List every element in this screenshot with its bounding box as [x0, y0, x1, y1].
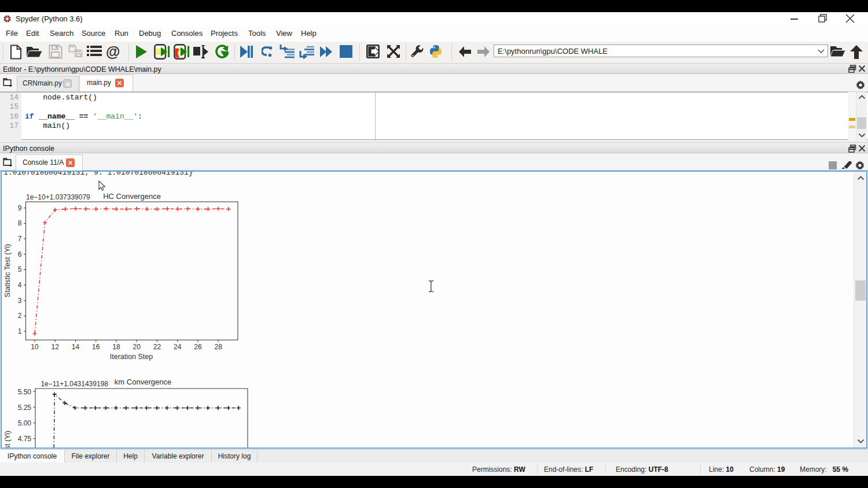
svg-text:Iteration Step: Iteration Step: [110, 353, 153, 361]
svg-text:7: 7: [18, 235, 22, 243]
svg-text:2: 2: [18, 312, 22, 320]
svg-text:16: 16: [92, 343, 100, 351]
svg-text:1e−10+1.037339079: 1e−10+1.037339079: [26, 193, 90, 201]
svg-text:Statistic Test (Yi): Statistic Test (Yi): [3, 431, 12, 448]
svg-text:5.25: 5.25: [18, 404, 32, 412]
svg-text:HC Convergence: HC Convergence: [103, 192, 161, 201]
svg-text:4.75: 4.75: [18, 435, 32, 443]
svg-text:26: 26: [194, 343, 202, 351]
svg-text:Statistic Test (Yi): Statistic Test (Yi): [3, 244, 12, 297]
svg-text:18: 18: [112, 343, 120, 351]
svg-text:4: 4: [18, 281, 22, 289]
svg-text:28: 28: [215, 343, 223, 351]
svg-text:5: 5: [18, 265, 22, 273]
svg-text:1e−11+1.0431439198: 1e−11+1.0431439198: [41, 380, 108, 388]
svg-text:20: 20: [133, 343, 141, 351]
svg-text:5.50: 5.50: [18, 388, 32, 396]
svg-text:6: 6: [18, 250, 22, 258]
svg-text:12: 12: [52, 343, 60, 351]
svg-text:km Convergence: km Convergence: [115, 378, 171, 386]
svg-text:10: 10: [31, 343, 39, 351]
svg-text:8: 8: [18, 219, 22, 227]
svg-text:3: 3: [18, 297, 22, 305]
svg-text:24: 24: [174, 343, 182, 351]
svg-text:1: 1: [18, 327, 22, 335]
svg-text:14: 14: [72, 343, 80, 351]
svg-text:9: 9: [18, 204, 22, 212]
svg-text:5.00: 5.00: [18, 419, 32, 427]
svg-text:22: 22: [153, 343, 161, 351]
